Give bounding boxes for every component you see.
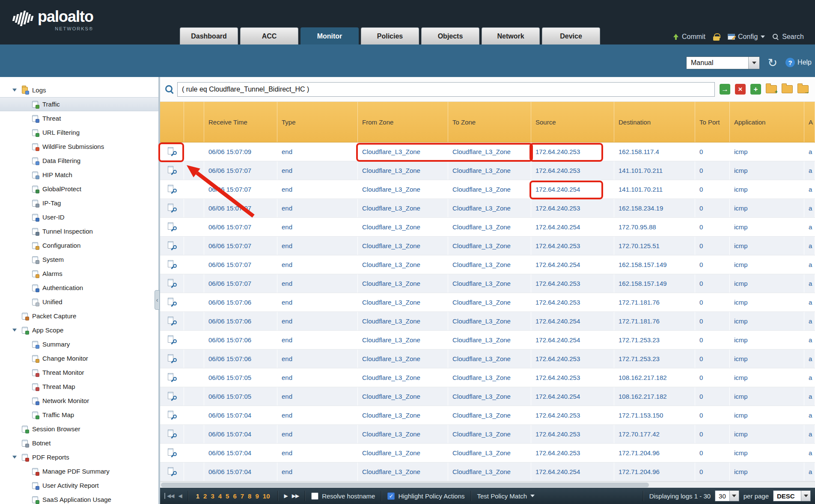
cell-application[interactable]: icmp [730,350,804,368]
sidebar-item-alarms[interactable]: Alarms [0,267,158,281]
cell-type[interactable]: end [277,406,358,424]
cell-source[interactable]: 172.64.240.253 [531,350,614,368]
sidebar-item-threat-monitor[interactable]: Threat Monitor [0,365,158,379]
log-detail-icon[interactable] [167,317,177,326]
column-header-application[interactable]: Application [730,102,804,142]
cell-to-zone[interactable]: Cloudflare_L3_Zone [448,180,531,199]
cell-source[interactable]: 172.64.240.253 [531,237,614,255]
sidebar-item-change-monitor[interactable]: Change Monitor [0,351,158,365]
cell-to-zone[interactable]: Cloudflare_L3_Zone [448,293,531,311]
cell-type[interactable]: end [277,218,358,236]
cell-to-zone[interactable]: Cloudflare_L3_Zone [448,237,531,255]
cell-to-port[interactable]: 0 [695,199,730,217]
refresh-icon[interactable]: ↻ [767,56,777,69]
cell-to-port[interactable]: 0 [695,274,730,293]
cell-type[interactable]: end [277,462,358,481]
cell-to-zone[interactable]: Cloudflare_L3_Zone [448,425,531,443]
log-row[interactable]: 06/06 15:07:05endCloudflare_L3_ZoneCloud… [160,368,815,387]
header-search-button[interactable]: Search [773,33,804,41]
cell-receive-time[interactable]: 06/06 15:07:04 [204,462,277,481]
cell-action[interactable]: a [804,331,815,349]
sidebar-item-logs[interactable]: Logs [0,83,158,97]
sidebar-item-traffic-map[interactable]: Traffic Map [0,408,158,422]
cell-from-zone[interactable]: Cloudflare_L3_Zone [358,425,448,443]
cell-source[interactable]: 172.64.240.254 [531,331,614,349]
cell-type[interactable]: end [277,142,358,161]
cell-destination[interactable]: 172.71.204.96 [614,444,695,462]
commit-button[interactable]: Commit [673,33,705,41]
cell-from-zone[interactable]: Cloudflare_L3_Zone [358,462,448,481]
sidebar-item-app-scope[interactable]: App Scope [0,323,158,337]
sidebar-item-session-browser[interactable]: Session Browser [0,422,158,436]
sidebar-item-threat-map[interactable]: Threat Map [0,379,158,394]
log-detail-icon[interactable] [167,204,177,213]
cell-from-zone[interactable]: Cloudflare_L3_Zone [358,199,448,217]
cell-to-port[interactable]: 0 [695,180,730,199]
cell-to-zone[interactable]: Cloudflare_L3_Zone [448,350,531,368]
cell-type[interactable]: end [277,274,358,293]
sidebar-item-configuration[interactable]: Configuration [0,238,158,252]
cell-destination[interactable]: 108.162.217.182 [614,368,695,387]
select-arrow-icon[interactable] [748,57,759,69]
cell-action[interactable]: a [804,425,815,443]
sidebar-item-ip-tag[interactable]: IP-Tag [0,196,158,210]
cell-application[interactable]: icmp [730,218,804,236]
cell-to-zone[interactable]: Cloudflare_L3_Zone [448,274,531,293]
sidebar-item-manage-pdf-summary[interactable]: Manage PDF Summary [0,464,158,478]
filter-query-input[interactable] [177,82,715,97]
load-filter-icon[interactable] [782,85,793,93]
cell-application[interactable]: icmp [730,462,804,481]
cell-application[interactable]: icmp [730,368,804,387]
log-detail-icon[interactable] [167,147,177,156]
log-row[interactable]: 06/06 15:07:07endCloudflare_L3_ZoneCloud… [160,199,815,218]
per-page-select[interactable]: 30 [715,490,739,501]
cell-receive-time[interactable]: 06/06 15:07:06 [204,312,277,330]
column-header-destination[interactable]: Destination [614,102,695,142]
cell-source[interactable]: 172.64.240.254 [531,218,614,236]
cell-destination[interactable]: 172.70.95.88 [614,218,695,236]
cell-destination[interactable]: 172.71.181.76 [614,312,695,330]
log-row[interactable]: 06/06 15:07:06endCloudflare_L3_ZoneCloud… [160,293,815,312]
cell-action[interactable]: a [804,387,815,406]
cell-source[interactable]: 172.64.240.253 [531,368,614,387]
tab-policies[interactable]: Policies [361,27,419,44]
log-detail-icon[interactable] [167,260,177,269]
cell-to-port[interactable]: 0 [695,462,730,481]
cell-from-zone[interactable]: Cloudflare_L3_Zone [358,406,448,424]
cell-application[interactable]: icmp [730,255,804,274]
log-detail-icon[interactable] [167,354,177,363]
cell-application[interactable]: icmp [730,199,804,217]
cell-to-port[interactable]: 0 [695,255,730,274]
cell-action[interactable]: a [804,255,815,274]
log-row[interactable]: 06/06 15:07:09endCloudflare_L3_ZoneCloud… [160,142,815,161]
cell-action[interactable]: a [804,237,815,255]
cell-receive-time[interactable]: 06/06 15:07:05 [204,387,277,406]
cell-receive-time[interactable]: 06/06 15:07:05 [204,368,277,387]
config-button[interactable]: Config [728,33,765,41]
cell-receive-time[interactable]: 06/06 15:07:07 [204,274,277,293]
cell-type[interactable]: end [277,180,358,199]
cell-to-port[interactable]: 0 [695,425,730,443]
cell-application[interactable]: icmp [730,331,804,349]
cell-to-port[interactable]: 0 [695,142,730,161]
cell-receive-time[interactable]: 06/06 15:07:06 [204,293,277,311]
cell-to-zone[interactable]: Cloudflare_L3_Zone [448,312,531,330]
cell-destination[interactable]: 172.70.177.42 [614,425,695,443]
cell-receive-time[interactable]: 06/06 15:07:07 [204,237,277,255]
cell-to-port[interactable]: 0 [695,387,730,406]
cell-destination[interactable]: 172.71.253.23 [614,350,695,368]
cell-application[interactable]: icmp [730,444,804,462]
sidebar-item-saas-application-usage[interactable]: SaaS Application Usage [0,492,158,504]
cell-to-port[interactable]: 0 [695,312,730,330]
log-detail-icon[interactable] [167,241,177,250]
cell-from-zone[interactable]: Cloudflare_L3_Zone [358,444,448,462]
resolve-hostname-checkbox[interactable]: Resolve hostname [311,492,375,500]
sidebar-item-wildfire-submissions[interactable]: WildFire Submissions [0,139,158,154]
cell-type[interactable]: end [277,387,358,406]
cell-source[interactable]: 172.64.240.254 [531,255,614,274]
log-row[interactable]: 06/06 15:07:06endCloudflare_L3_ZoneCloud… [160,331,815,350]
sidebar-item-summary[interactable]: Summary [0,337,158,351]
log-row[interactable]: 06/06 15:07:07endCloudflare_L3_ZoneCloud… [160,180,815,199]
log-detail-icon[interactable] [167,279,177,288]
cell-type[interactable]: end [277,331,358,349]
